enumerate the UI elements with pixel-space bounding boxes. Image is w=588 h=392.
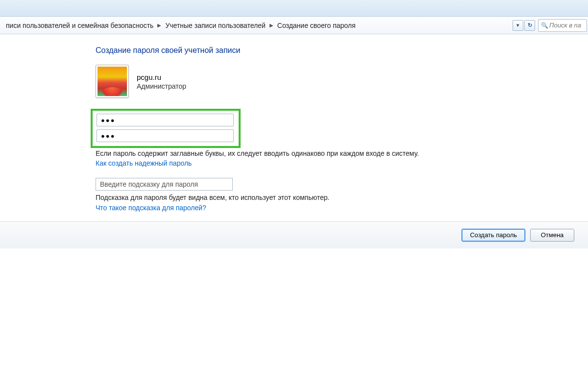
link-what-is-hint[interactable]: Что такое подсказка для паролей?: [96, 204, 206, 212]
dialog-footer: Создать пароль Отмена: [0, 221, 588, 248]
page-title: Создание пароля своей учетной записи: [96, 46, 568, 55]
hint-note: Подсказка для пароля будет видна всем, к…: [96, 193, 568, 202]
user-block: pcgu.ru Администратор: [96, 65, 568, 98]
avatar-image: [98, 67, 127, 96]
breadcrumb-item[interactable]: писи пользователей и семейная безопаснос…: [6, 22, 153, 29]
nav-buttons: ▾ ↻: [513, 20, 537, 31]
search-box[interactable]: 🔍: [538, 19, 587, 32]
control-panel-window: писи пользователей и семейная безопаснос…: [0, 0, 588, 392]
search-icon: 🔍: [541, 22, 548, 29]
create-password-button[interactable]: Создать пароль: [462, 229, 525, 242]
dropdown-button[interactable]: ▾: [513, 20, 523, 31]
breadcrumb[interactable]: писи пользователей и семейная безопаснос…: [0, 19, 513, 32]
confirm-password-input[interactable]: ●●●: [97, 129, 234, 142]
password-hint-input[interactable]: Введите подсказку для пароля: [96, 178, 233, 191]
user-meta: pcgu.ru Администратор: [137, 73, 186, 90]
content-area: Создание пароля своей учетной записи pcg…: [0, 34, 588, 392]
refresh-button[interactable]: ↻: [524, 20, 535, 31]
chevron-right-icon[interactable]: ▶: [270, 23, 273, 28]
avatar: [96, 65, 129, 98]
cancel-button[interactable]: Отмена: [530, 229, 574, 242]
password-fields-highlight: ●●● ●●●: [91, 109, 241, 148]
breadcrumb-item[interactable]: Учетные записи пользователей: [165, 22, 265, 29]
refresh-icon: ↻: [528, 22, 532, 28]
breadcrumb-item[interactable]: Создание своего пароля: [277, 22, 356, 29]
user-name: pcgu.ru: [137, 73, 186, 81]
window-titlebar[interactable]: [0, 0, 588, 17]
chevron-down-icon: ▾: [516, 22, 519, 28]
user-role: Администратор: [137, 82, 186, 90]
chevron-right-icon[interactable]: ▶: [157, 23, 161, 28]
link-strong-password[interactable]: Как создать надежный пароль: [96, 159, 192, 167]
new-password-input[interactable]: ●●●: [97, 114, 234, 126]
address-toolbar: писи пользователей и семейная безопаснос…: [0, 17, 588, 34]
caps-note: Если пароль содержит заглавные буквы, их…: [96, 148, 568, 158]
